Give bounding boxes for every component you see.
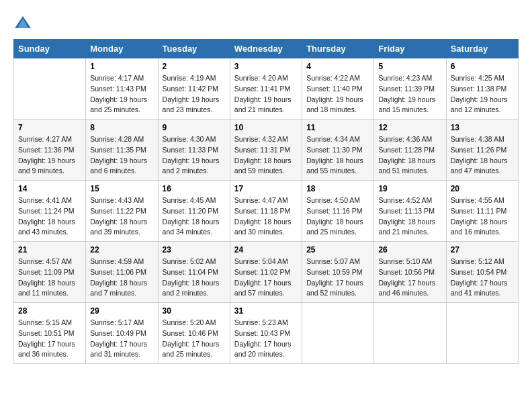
day-number: 20 xyxy=(451,184,514,193)
day-cell: 24Sunrise: 5:04 AMSunset: 11:02 PMDaylig… xyxy=(230,242,302,303)
day-cell: 19Sunrise: 4:52 AMSunset: 11:13 PMDaylig… xyxy=(374,181,446,242)
day-info: Sunrise: 4:50 AMSunset: 11:16 PMDaylight… xyxy=(306,195,369,238)
day-cell: 21Sunrise: 4:57 AMSunset: 11:09 PMDaylig… xyxy=(14,242,86,303)
logo-icon xyxy=(13,13,32,32)
week-row-1: 1Sunrise: 4:17 AMSunset: 11:43 PMDayligh… xyxy=(14,58,519,120)
day-number: 14 xyxy=(18,184,81,193)
page-container: SundayMondayTuesdayWednesdayThursdayFrid… xyxy=(13,13,519,364)
day-cell: 31Sunrise: 5:23 AMSunset: 10:43 PMDaylig… xyxy=(230,303,302,364)
day-cell: 29Sunrise: 5:17 AMSunset: 10:49 PMDaylig… xyxy=(86,303,158,364)
day-info: Sunrise: 4:38 AMSunset: 11:26 PMDaylight… xyxy=(451,134,514,177)
day-number: 24 xyxy=(234,245,298,255)
day-cell: 3Sunrise: 4:20 AMSunset: 11:41 PMDayligh… xyxy=(230,58,302,120)
day-number: 29 xyxy=(90,306,153,316)
col-header-monday: Monday xyxy=(86,40,158,58)
day-cell: 25Sunrise: 5:07 AMSunset: 10:59 PMDaylig… xyxy=(302,242,374,303)
day-number: 1 xyxy=(90,62,153,71)
day-info: Sunrise: 4:28 AMSunset: 11:35 PMDaylight… xyxy=(90,134,153,177)
day-number: 3 xyxy=(234,62,298,71)
day-cell: 7Sunrise: 4:27 AMSunset: 11:36 PMDayligh… xyxy=(14,120,86,181)
day-cell: 27Sunrise: 5:12 AMSunset: 10:54 PMDaylig… xyxy=(446,242,518,303)
day-number: 23 xyxy=(163,245,226,255)
day-cell: 6Sunrise: 4:25 AMSunset: 11:38 PMDayligh… xyxy=(446,58,518,120)
day-number: 31 xyxy=(234,306,298,316)
day-number: 6 xyxy=(451,62,514,71)
day-number: 11 xyxy=(306,123,369,132)
day-cell: 2Sunrise: 4:19 AMSunset: 11:42 PMDayligh… xyxy=(158,58,230,120)
day-cell: 1Sunrise: 4:17 AMSunset: 11:43 PMDayligh… xyxy=(86,58,158,120)
col-header-saturday: Saturday xyxy=(446,40,518,58)
day-number: 19 xyxy=(378,184,441,193)
day-info: Sunrise: 4:23 AMSunset: 11:39 PMDaylight… xyxy=(378,73,441,116)
day-cell: 26Sunrise: 5:10 AMSunset: 10:56 PMDaylig… xyxy=(374,242,446,303)
day-info: Sunrise: 4:25 AMSunset: 11:38 PMDaylight… xyxy=(451,73,514,116)
week-row-2: 7Sunrise: 4:27 AMSunset: 11:36 PMDayligh… xyxy=(14,120,519,181)
day-info: Sunrise: 4:45 AMSunset: 11:20 PMDaylight… xyxy=(163,195,226,238)
day-info: Sunrise: 5:17 AMSunset: 10:49 PMDaylight… xyxy=(90,318,153,360)
day-cell: 9Sunrise: 4:30 AMSunset: 11:33 PMDayligh… xyxy=(158,120,230,181)
day-info: Sunrise: 4:22 AMSunset: 11:40 PMDaylight… xyxy=(306,73,369,116)
header-row: SundayMondayTuesdayWednesdayThursdayFrid… xyxy=(14,40,519,58)
day-number: 30 xyxy=(163,306,226,316)
col-header-thursday: Thursday xyxy=(302,40,374,58)
day-cell: 8Sunrise: 4:28 AMSunset: 11:35 PMDayligh… xyxy=(86,120,158,181)
day-info: Sunrise: 4:57 AMSunset: 11:09 PMDaylight… xyxy=(18,257,81,299)
week-row-4: 21Sunrise: 4:57 AMSunset: 11:09 PMDaylig… xyxy=(14,242,519,303)
day-number: 26 xyxy=(378,245,441,255)
day-number: 27 xyxy=(451,245,514,255)
day-number: 22 xyxy=(90,245,153,255)
day-info: Sunrise: 4:55 AMSunset: 11:11 PMDaylight… xyxy=(451,195,514,238)
calendar-table: SundayMondayTuesdayWednesdayThursdayFrid… xyxy=(13,39,519,364)
day-info: Sunrise: 4:36 AMSunset: 11:28 PMDaylight… xyxy=(378,134,441,177)
day-cell: 22Sunrise: 4:59 AMSunset: 11:06 PMDaylig… xyxy=(86,242,158,303)
day-cell: 5Sunrise: 4:23 AMSunset: 11:39 PMDayligh… xyxy=(374,58,446,120)
day-cell: 16Sunrise: 4:45 AMSunset: 11:20 PMDaylig… xyxy=(158,181,230,242)
day-info: Sunrise: 5:23 AMSunset: 10:43 PMDaylight… xyxy=(234,318,298,360)
day-number: 21 xyxy=(18,245,81,255)
day-info: Sunrise: 5:02 AMSunset: 11:04 PMDaylight… xyxy=(163,257,226,299)
day-number: 2 xyxy=(163,62,226,71)
day-info: Sunrise: 4:32 AMSunset: 11:31 PMDaylight… xyxy=(234,134,298,177)
day-cell: 12Sunrise: 4:36 AMSunset: 11:28 PMDaylig… xyxy=(374,120,446,181)
day-cell: 17Sunrise: 4:47 AMSunset: 11:18 PMDaylig… xyxy=(230,181,302,242)
day-number: 10 xyxy=(234,123,298,132)
day-info: Sunrise: 4:59 AMSunset: 11:06 PMDaylight… xyxy=(90,257,153,299)
day-cell: 14Sunrise: 4:41 AMSunset: 11:24 PMDaylig… xyxy=(14,181,86,242)
day-number: 28 xyxy=(18,306,81,316)
day-info: Sunrise: 4:20 AMSunset: 11:41 PMDaylight… xyxy=(234,73,298,116)
day-info: Sunrise: 4:43 AMSunset: 11:22 PMDaylight… xyxy=(90,195,153,238)
day-cell: 13Sunrise: 4:38 AMSunset: 11:26 PMDaylig… xyxy=(446,120,518,181)
col-header-sunday: Sunday xyxy=(14,40,86,58)
day-info: Sunrise: 5:12 AMSunset: 10:54 PMDaylight… xyxy=(451,257,514,299)
day-info: Sunrise: 5:15 AMSunset: 10:51 PMDaylight… xyxy=(18,318,81,360)
day-cell: 18Sunrise: 4:50 AMSunset: 11:16 PMDaylig… xyxy=(302,181,374,242)
day-info: Sunrise: 4:17 AMSunset: 11:43 PMDaylight… xyxy=(90,73,153,116)
logo xyxy=(13,13,35,32)
col-header-friday: Friday xyxy=(374,40,446,58)
day-info: Sunrise: 5:04 AMSunset: 11:02 PMDaylight… xyxy=(234,257,298,299)
col-header-tuesday: Tuesday xyxy=(158,40,230,58)
day-cell: 10Sunrise: 4:32 AMSunset: 11:31 PMDaylig… xyxy=(230,120,302,181)
day-number: 15 xyxy=(90,184,153,193)
day-number: 18 xyxy=(306,184,369,193)
day-number: 4 xyxy=(306,62,369,71)
day-cell xyxy=(446,303,518,364)
day-info: Sunrise: 4:41 AMSunset: 11:24 PMDaylight… xyxy=(18,195,81,238)
day-info: Sunrise: 5:20 AMSunset: 10:46 PMDaylight… xyxy=(163,318,226,360)
day-info: Sunrise: 5:10 AMSunset: 10:56 PMDaylight… xyxy=(378,257,441,299)
week-row-5: 28Sunrise: 5:15 AMSunset: 10:51 PMDaylig… xyxy=(14,303,519,364)
day-number: 8 xyxy=(90,123,153,132)
day-cell xyxy=(14,58,86,120)
day-number: 5 xyxy=(378,62,441,71)
day-number: 12 xyxy=(378,123,441,132)
day-number: 17 xyxy=(234,184,298,193)
col-header-wednesday: Wednesday xyxy=(230,40,302,58)
day-number: 16 xyxy=(163,184,226,193)
day-cell xyxy=(374,303,446,364)
day-info: Sunrise: 4:27 AMSunset: 11:36 PMDaylight… xyxy=(18,134,81,177)
day-info: Sunrise: 4:52 AMSunset: 11:13 PMDaylight… xyxy=(378,195,441,238)
day-info: Sunrise: 4:47 AMSunset: 11:18 PMDaylight… xyxy=(234,195,298,238)
day-info: Sunrise: 4:19 AMSunset: 11:42 PMDaylight… xyxy=(163,73,226,116)
week-row-3: 14Sunrise: 4:41 AMSunset: 11:24 PMDaylig… xyxy=(14,181,519,242)
day-number: 7 xyxy=(18,123,81,132)
